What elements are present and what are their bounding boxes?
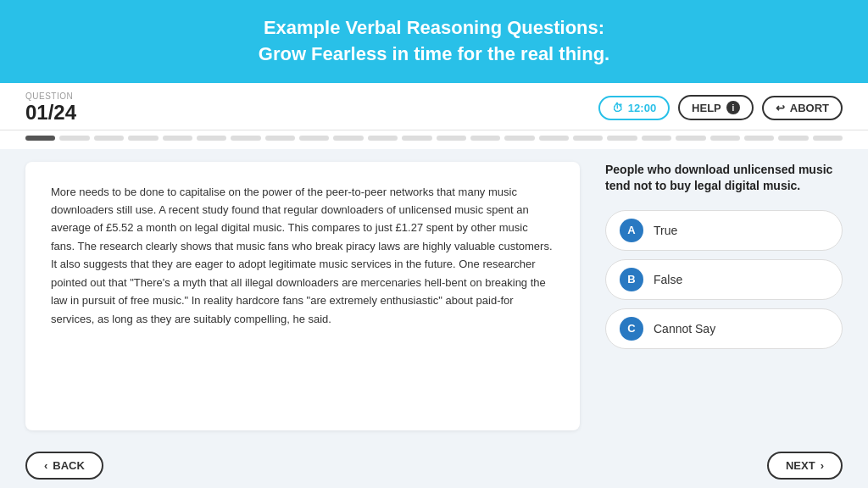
progress-segment bbox=[94, 136, 124, 141]
progress-segment bbox=[470, 136, 500, 141]
timer-value: 12:00 bbox=[628, 102, 656, 114]
back-chevron-icon: ‹ bbox=[44, 459, 47, 472]
option-circle-c: C bbox=[620, 317, 643, 341]
option-circle-a: A bbox=[620, 219, 643, 242]
progress-segment bbox=[573, 136, 603, 141]
progress-segment bbox=[744, 136, 774, 141]
answer-options: ATrueBFalseCCannot Say bbox=[605, 210, 843, 349]
info-icon: i bbox=[726, 101, 740, 114]
next-chevron-icon: › bbox=[821, 459, 824, 472]
question-statement: People who download unlicensed music ten… bbox=[605, 162, 843, 195]
answer-panel: People who download unlicensed music ten… bbox=[605, 162, 843, 349]
help-button[interactable]: HELP i bbox=[678, 95, 754, 120]
footer-nav: ‹ BACK NEXT › bbox=[0, 443, 868, 488]
option-label-a: True bbox=[654, 224, 677, 237]
progress-segment bbox=[402, 136, 431, 141]
progress-segment bbox=[265, 136, 295, 141]
progress-segment bbox=[710, 136, 740, 141]
progress-segment bbox=[676, 136, 705, 141]
progress-segment bbox=[25, 136, 55, 141]
progress-segment bbox=[539, 136, 569, 141]
answer-option-b[interactable]: BFalse bbox=[605, 259, 843, 300]
back-label: BACK bbox=[53, 459, 85, 472]
header-title: Example Verbal Reasoning Questions: Grow… bbox=[34, 15, 834, 68]
progress-segment bbox=[299, 136, 329, 141]
progress-bar bbox=[0, 130, 868, 149]
progress-segment bbox=[197, 136, 226, 141]
progress-segment bbox=[59, 136, 89, 141]
option-circle-b: B bbox=[620, 268, 643, 291]
question-number: 01/24 bbox=[25, 101, 76, 125]
progress-segment bbox=[437, 136, 466, 141]
answer-option-a[interactable]: ATrue bbox=[605, 210, 843, 251]
abort-label: ABORT bbox=[790, 102, 829, 114]
next-label: NEXT bbox=[786, 459, 815, 472]
progress-segment bbox=[813, 136, 843, 141]
passage-text: More needs to be done to capitalise on t… bbox=[51, 183, 554, 409]
question-label: QUESTION bbox=[25, 92, 76, 101]
abort-button[interactable]: ↩ ABORT bbox=[762, 96, 843, 120]
question-card: More needs to be done to capitalise on t… bbox=[25, 162, 580, 430]
clock-icon: ⏱ bbox=[612, 102, 623, 114]
progress-segment bbox=[607, 136, 637, 141]
timer-button[interactable]: ⏱ 12:00 bbox=[598, 96, 670, 120]
progress-segment bbox=[163, 136, 192, 141]
progress-segment bbox=[504, 136, 534, 141]
next-button[interactable]: NEXT › bbox=[767, 452, 843, 480]
progress-segment bbox=[778, 136, 808, 141]
back-button[interactable]: ‹ BACK bbox=[25, 452, 103, 480]
progress-segment bbox=[642, 136, 671, 141]
option-label-c: Cannot Say bbox=[654, 322, 715, 336]
topbar-controls: ⏱ 12:00 HELP i ↩ ABORT bbox=[598, 95, 843, 120]
question-counter: QUESTION 01/24 bbox=[25, 92, 76, 125]
page-header: Example Verbal Reasoning Questions: Grow… bbox=[0, 0, 868, 83]
progress-segment bbox=[231, 136, 260, 141]
progress-segment bbox=[128, 136, 158, 141]
progress-segment bbox=[333, 136, 363, 141]
help-label: HELP bbox=[692, 102, 721, 114]
progress-segment bbox=[368, 136, 398, 141]
topbar: QUESTION 01/24 ⏱ 12:00 HELP i ↩ ABORT bbox=[0, 83, 868, 130]
main-content: More needs to be done to capitalise on t… bbox=[0, 149, 868, 443]
option-label-b: False bbox=[654, 273, 682, 286]
answer-option-c[interactable]: CCannot Say bbox=[605, 308, 843, 349]
abort-icon: ↩ bbox=[776, 102, 785, 114]
